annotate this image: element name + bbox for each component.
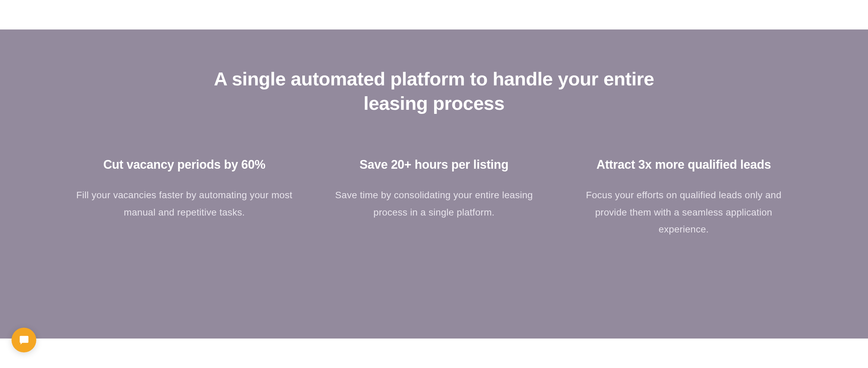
main-heading: A single automated platform to handle yo… xyxy=(194,67,675,115)
feature-title: Attract 3x more qualified leads xyxy=(572,158,795,172)
feature-description: Save time by consolidating your entire l… xyxy=(323,187,545,221)
feature-description: Fill your vacancies faster by automating… xyxy=(73,187,296,221)
feature-title: Cut vacancy periods by 60% xyxy=(73,158,296,172)
feature-description: Focus your efforts on qualified leads on… xyxy=(572,187,795,238)
top-whitespace xyxy=(0,0,868,29)
feature-block: Save 20+ hours per listing Save time by … xyxy=(309,158,559,238)
feature-block: Cut vacancy periods by 60% Fill your vac… xyxy=(60,158,309,238)
features-row: Cut vacancy periods by 60% Fill your vac… xyxy=(33,158,836,238)
bottom-whitespace xyxy=(0,339,868,368)
feature-block: Attract 3x more qualified leads Focus yo… xyxy=(559,158,809,238)
feature-title: Save 20+ hours per listing xyxy=(323,158,545,172)
content-section: A single automated platform to handle yo… xyxy=(0,29,868,339)
chat-icon xyxy=(18,334,30,346)
chat-button[interactable] xyxy=(12,328,36,352)
